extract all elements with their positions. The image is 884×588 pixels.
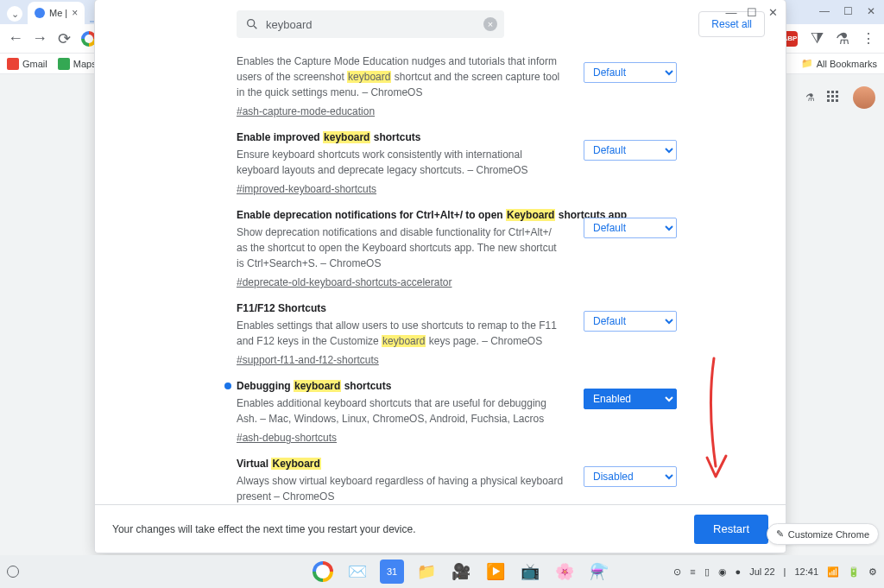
flag-description: Enables the Capture Mode Education nudge… [237, 54, 565, 100]
restart-bar: Your changes will take effect the next t… [95, 504, 786, 553]
svg-point-0 [248, 20, 255, 27]
photos-icon[interactable]: 🌸 [552, 560, 577, 584]
back-button[interactable]: ← [9, 32, 22, 46]
minimize-button[interactable]: — [723, 5, 739, 19]
maximize-button[interactable]: ☐ [744, 5, 760, 19]
svg-line-1 [254, 26, 256, 28]
bookmark-maps[interactable]: Maps [58, 58, 97, 70]
tray-icon[interactable]: ◉ [718, 566, 727, 578]
play-icon[interactable]: ▶️ [483, 560, 508, 584]
flag-entry: Enables the Capture Mode Education nudge… [237, 54, 677, 117]
flag-state-select[interactable]: DefaultEnabledDisabled [584, 311, 677, 332]
inner-window-controls: — ☐ ✕ [723, 5, 780, 19]
tray-icon[interactable]: ≡ [690, 566, 695, 577]
flag-hash-link[interactable]: #ash-capture-mode-education [237, 105, 375, 117]
minimize-button[interactable]: — [816, 3, 833, 19]
clear-search-icon[interactable]: × [483, 17, 497, 31]
flag-description: Ensure keyboard shortcuts work consisten… [237, 147, 565, 178]
flag-hash-link[interactable]: #support-f11-and-f12-shortcuts [237, 354, 379, 366]
flag-hash-link[interactable]: #deprecate-old-keyboard-shortcuts-accele… [237, 276, 451, 288]
close-tab-icon[interactable]: × [72, 7, 78, 19]
launcher-icon[interactable] [7, 566, 19, 578]
youtube-icon[interactable]: 📺 [518, 560, 542, 584]
kebab-menu-icon[interactable]: ⋮ [862, 30, 875, 47]
bookmark-gmail[interactable]: Gmail [7, 58, 47, 70]
close-button[interactable]: ✕ [863, 3, 879, 19]
extensions-icon[interactable]: ⧩ [810, 32, 824, 46]
flag-description: Show deprecation notifications and disab… [237, 224, 565, 271]
search-input[interactable] [237, 10, 504, 38]
search-icon [245, 17, 259, 31]
labs-icon[interactable]: ⚗ [836, 32, 849, 46]
flag-hash-link[interactable]: #ash-debug-shortcuts [237, 432, 337, 444]
wifi-icon[interactable]: 📶 [827, 566, 839, 578]
tray-icon[interactable]: ▯ [704, 566, 710, 578]
battery-icon[interactable]: 🔋 [848, 566, 860, 578]
forward-button[interactable]: → [33, 32, 47, 46]
tab-search-button[interactable]: ⌄ [7, 6, 22, 22]
taskbar-time[interactable]: 12:41 [794, 566, 818, 577]
modified-dot [224, 383, 231, 389]
flag-description: Always show virtual keyboard regardless … [237, 473, 565, 504]
flag-state-select[interactable]: DefaultEnabledDisabled [584, 466, 677, 487]
all-bookmarks[interactable]: 📁 All Bookmarks [801, 58, 877, 69]
flags-list: Enables the Capture Mode Education nudge… [237, 54, 677, 504]
search-field-wrap: × [237, 10, 504, 38]
chrome-icon[interactable] [311, 560, 335, 584]
files-icon[interactable]: 📁 [414, 560, 439, 584]
reload-button[interactable]: ⟳ [57, 32, 71, 46]
restart-button[interactable]: Restart [694, 515, 768, 544]
favicon [35, 8, 45, 18]
flag-description: Enables additional keyboard shortcuts th… [237, 395, 565, 427]
meet-icon[interactable]: 🎥 [449, 560, 473, 584]
taskbar: ✉️ 31 📁 🎥 ▶️ 📺 🌸 ⚗️ ⊙ ≡ ▯ ◉ ● Jul 22 | 1… [0, 555, 884, 588]
customize-chrome-chip[interactable]: ✎ Customize Chrome [767, 523, 879, 545]
flag-entry: Debugging keyboard shortcutsEnables addi… [237, 380, 677, 444]
gmail-icon[interactable]: ✉️ [345, 560, 369, 584]
flag-entry: F11/F12 ShortcutsEnables settings that a… [237, 302, 677, 366]
outer-window-controls: — ☐ ✕ [816, 3, 879, 19]
flag-hash-link[interactable]: #improved-keyboard-shortcuts [237, 183, 376, 195]
flag-state-select[interactable]: DefaultEnabledDisabled [584, 140, 677, 161]
apps-grid-icon[interactable] [827, 91, 841, 104]
flag-state-select[interactable]: DefaultEnabledDisabled [584, 389, 677, 409]
avatar[interactable] [853, 86, 875, 109]
calendar-icon[interactable]: 31 [380, 560, 404, 584]
tab-title: Me | [49, 8, 67, 18]
close-button[interactable]: ✕ [765, 5, 780, 19]
tray-icon[interactable]: ● [736, 566, 742, 577]
flag-state-select[interactable]: DefaultEnabledDisabled [584, 62, 677, 83]
restart-message: Your changes will take effect the next t… [112, 523, 416, 535]
flag-state-select[interactable]: DefaultEnabledDisabled [584, 218, 677, 238]
profile-strip: ⚗ [805, 86, 875, 109]
maximize-button[interactable]: ☐ [840, 3, 856, 19]
flags-window: — ☐ ✕ × Reset all Enables the Capture Mo… [95, 0, 786, 553]
flask-icon[interactable]: ⚗️ [587, 560, 611, 584]
pencil-icon: ✎ [776, 528, 784, 540]
flag-description: Enables settings that allow users to use… [237, 318, 565, 349]
flag-entry: Virtual KeyboardAlways show virtual keyb… [237, 458, 677, 504]
labs-icon[interactable]: ⚗ [805, 92, 815, 104]
settings-gear-icon[interactable]: ⚙ [868, 566, 877, 578]
browser-tab[interactable]: Me | × [28, 2, 85, 24]
tray-icon[interactable]: ⊙ [673, 566, 681, 578]
taskbar-date[interactable]: Jul 22 [749, 566, 774, 577]
flag-entry: Enable deprecation notifications for Ctr… [237, 209, 677, 288]
flag-entry: Enable improved keyboard shortcutsEnsure… [237, 131, 677, 195]
